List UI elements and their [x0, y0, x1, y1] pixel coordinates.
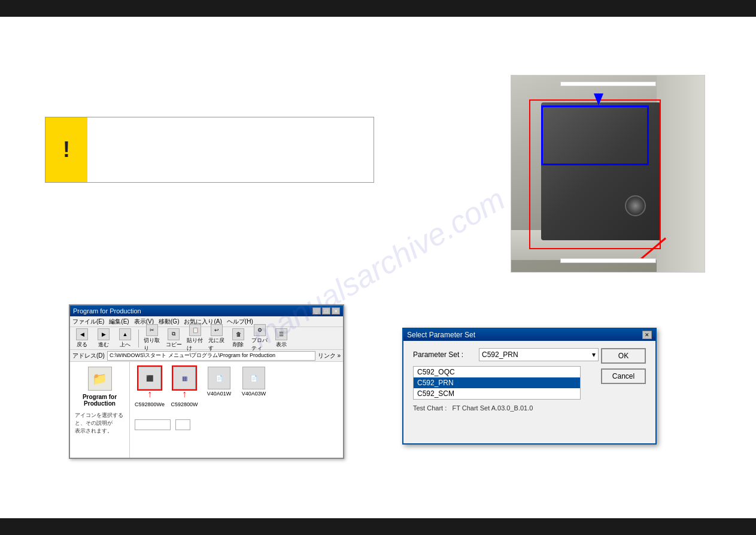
dialog-list: C592_OQC C592_PRN C592_SCM — [413, 366, 581, 400]
pfp-titlebar-buttons: _ □ ✕ — [312, 307, 340, 315]
dialog-buttons: OK Cancel — [601, 348, 646, 384]
arrow-down-blue — [594, 93, 603, 105]
pfp-icon-v40a01w[interactable]: 📄 V40A01W — [204, 367, 234, 407]
pfp-addressbar: アドレス(D) C:\WINDOWS\スタート メニュー\プログラム\Progr… — [70, 350, 343, 362]
dialog-test-chart: Test Chart : FT Chart Set A.03.0_B.01.0 — [413, 404, 533, 412]
pfp-minimize-btn[interactable]: _ — [312, 307, 321, 315]
view-icon: ☰ — [275, 328, 287, 340]
pfp-icon-img-c592800we: ⬛ ↑ — [138, 367, 161, 389]
list-item-c592scm[interactable]: C592_SCM — [414, 388, 580, 399]
pfp-input-1[interactable] — [135, 419, 171, 430]
pfp-input-2[interactable] — [175, 419, 190, 430]
pfp-title: Program for Production — [73, 307, 312, 315]
pfp-icon-img-v40a03w: 📄 — [242, 367, 265, 389]
dropdown-arrow-icon: ▾ — [592, 350, 596, 359]
exclamation-mark: ! — [63, 137, 70, 162]
dialog-close-btn[interactable]: ✕ — [642, 331, 652, 339]
dialog-title: Select Parameter Set — [407, 331, 642, 339]
address-input[interactable]: C:\WINDOWS\スタート メニュー\プログラム\Program for P… — [107, 351, 315, 361]
toolbar-paste[interactable]: 📋 貼り付け — [186, 323, 205, 353]
list-item-c592oqc[interactable]: C592_OQC — [414, 367, 580, 377]
toolbar-separator-1 — [138, 330, 139, 347]
toolbar-view[interactable]: ☰ 表示 — [272, 327, 291, 350]
blue-rectangle-overlay — [541, 105, 649, 165]
image-label-top — [560, 81, 656, 86]
pfp-icon-v40a03w[interactable]: 📄 V40A03W — [239, 367, 269, 407]
forward-icon: ▶ — [98, 328, 110, 340]
pfp-icon-label-v40a03w: V40A03W — [242, 391, 266, 397]
dialog-param-dropdown[interactable]: C592_PRN ▾ — [479, 348, 599, 361]
pfp-icon-label-c592800w: C592800W — [171, 401, 198, 407]
pfp-main: ⬛ ↑ C592800We ▦ ↑ C592800W 📄 — [130, 362, 343, 458]
pfp-titlebar: Program for Production _ □ ✕ — [70, 306, 343, 316]
pfp-content: 📁 Program forProduction アイコンを選択すると、その説明が… — [70, 362, 343, 458]
pfp-maximize-btn[interactable]: □ — [322, 307, 330, 315]
pfp-icon-img-c592800w: ▦ ↑ — [173, 367, 196, 389]
address-label: アドレス(D) — [72, 352, 105, 360]
delete-icon: 🗑 — [232, 328, 244, 340]
paste-icon: 📋 — [189, 324, 201, 336]
bottom-bar — [0, 518, 756, 535]
pfp-sidebar-icon: 📁 — [88, 367, 112, 391]
toolbar-delete[interactable]: 🗑 削除 — [229, 327, 248, 350]
image-label-bottom — [560, 258, 656, 263]
select-param-dialog: Select Parameter Set ✕ Parameter Set : C… — [402, 328, 657, 445]
list-item-c592prn[interactable]: C592_PRN — [414, 377, 580, 388]
toolbar-undo[interactable]: ↩ 元に戻す — [207, 323, 226, 353]
dialog-ok-button[interactable]: OK — [601, 348, 646, 364]
dialog-cancel-button[interactable]: Cancel — [601, 368, 646, 384]
copy-icon: ⧉ — [168, 328, 180, 340]
dialog-param-label: Parameter Set : — [413, 350, 473, 359]
pfp-icon-c592800we[interactable]: ⬛ ↑ C592800We — [135, 367, 165, 407]
warning-icon: ! — [45, 117, 87, 182]
dialog-dropdown-value: C592_PRN — [482, 350, 518, 359]
link-label: リンク » — [318, 352, 341, 360]
top-bar — [0, 0, 756, 17]
undo-icon: ↩ — [211, 324, 223, 336]
pfp-menubar: ファイル(E) 編集(E) 表示(V) 移動(G) お気に入り(A) ヘルプ(H… — [70, 316, 343, 327]
pfp-icons-row: ⬛ ↑ C592800We ▦ ↑ C592800W 📄 — [135, 367, 338, 407]
menu-file[interactable]: ファイル(E) — [72, 318, 104, 326]
pfp-icon-label-v40a01w: V40A01W — [207, 391, 232, 397]
toolbar-up[interactable]: ▲ 上へ — [116, 327, 135, 350]
pfp-toolbar: ◀ 戻る ▶ 進む ▲ 上へ ✂ 切り取り ⧉ コピー 📋 貼り付け ↩ 元に戻… — [70, 327, 343, 350]
properties-icon: ⚙ — [254, 324, 266, 336]
toolbar-copy[interactable]: ⧉ コピー — [164, 327, 183, 350]
device-image-area — [511, 75, 705, 273]
pfp-icon-label-c592800we: C592800We — [135, 401, 165, 407]
menu-move[interactable]: 移動(G) — [159, 318, 179, 326]
pfp-sidebar: 📁 Program forProduction アイコンを選択すると、その説明が… — [70, 362, 130, 458]
toolbar-forward[interactable]: ▶ 進む — [94, 327, 113, 350]
up-icon: ▲ — [119, 328, 131, 340]
pfp-icon-c592800w[interactable]: ▦ ↑ C592800W — [169, 367, 199, 407]
pfp-bottom-inputs — [135, 419, 338, 430]
menu-edit[interactable]: 編集(E) — [109, 318, 129, 326]
pfp-sidebar-label: Program forProduction — [83, 394, 117, 407]
dialog-titlebar: Select Parameter Set ✕ — [403, 329, 655, 341]
menu-help[interactable]: ヘルプ(H) — [227, 318, 253, 326]
toolbar-cut[interactable]: ✂ 切り取り — [142, 323, 162, 353]
toolbar-properties[interactable]: ⚙ プロパティ — [250, 323, 269, 353]
warning-text — [87, 117, 374, 182]
cut-icon: ✂ — [146, 324, 158, 336]
image-rail-vertical — [657, 75, 705, 272]
pfp-icon-img-v40a01w: 📄 — [208, 367, 230, 389]
pfp-close-btn[interactable]: ✕ — [332, 307, 340, 315]
pfp-window: Program for Production _ □ ✕ ファイル(E) 編集(… — [69, 304, 344, 459]
pfp-sidebar-desc: アイコンを選択すると、その説明が表示されます。 — [75, 412, 125, 435]
dialog-bottom-row: Test Chart : FT Chart Set A.03.0_B.01.0 — [413, 404, 646, 412]
warning-box: ! — [45, 117, 374, 183]
back-icon: ◀ — [76, 328, 88, 340]
toolbar-back[interactable]: ◀ 戻る — [72, 327, 92, 350]
